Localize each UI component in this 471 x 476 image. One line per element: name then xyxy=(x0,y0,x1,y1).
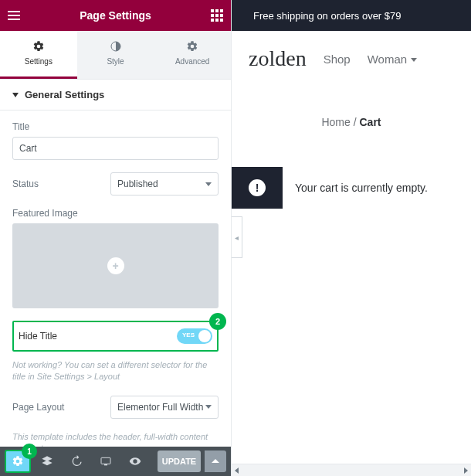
horizontal-scrollbar[interactable] xyxy=(232,464,471,476)
featured-image-label: Featured Image xyxy=(12,208,219,219)
site-logo[interactable]: zolden xyxy=(249,46,307,71)
preview-button[interactable] xyxy=(122,450,148,473)
menu-icon[interactable] xyxy=(8,11,20,20)
svg-rect-1 xyxy=(101,457,110,464)
tab-style[interactable]: Style xyxy=(77,31,154,79)
page-layout-hint: This template includes the header, full-… xyxy=(12,431,219,447)
breadcrumb-current: Cart xyxy=(360,116,381,128)
status-label: Status xyxy=(12,178,39,189)
title-input[interactable] xyxy=(12,137,219,160)
page-settings-button[interactable]: 1 xyxy=(5,450,31,473)
hide-title-row: Hide Title YES 2 xyxy=(12,321,219,352)
chevron-down-icon xyxy=(12,93,19,97)
panel-title: Page Settings xyxy=(20,9,211,22)
nav-shop[interactable]: Shop xyxy=(324,53,351,66)
hide-title-toggle[interactable]: YES xyxy=(177,328,212,344)
gear-icon xyxy=(32,40,45,53)
apps-icon[interactable] xyxy=(211,9,223,22)
exclamation-icon: ! xyxy=(249,179,266,196)
update-options-button[interactable] xyxy=(205,450,226,472)
gear-icon xyxy=(186,40,198,53)
panel-footer: 1 UPDATE xyxy=(0,447,231,476)
update-button[interactable]: UPDATE xyxy=(158,450,201,472)
hide-title-hint: Not working? You can set a different sel… xyxy=(12,359,219,383)
caret-down-icon xyxy=(205,405,212,409)
breadcrumb-home[interactable]: Home xyxy=(321,116,350,128)
panel-collapse-handle[interactable]: ◂ xyxy=(232,216,242,258)
responsive-button[interactable] xyxy=(93,450,119,473)
annotation-badge-2: 2 xyxy=(209,313,226,330)
hide-title-label: Hide Title xyxy=(19,331,57,342)
notice-text: Your cart is currently empty. xyxy=(295,182,428,194)
status-select[interactable]: Published xyxy=(110,172,219,196)
contrast-icon xyxy=(110,40,122,53)
site-header: zolden Shop Woman xyxy=(232,31,471,87)
featured-image-drop[interactable]: + xyxy=(12,223,219,308)
breadcrumb: Home / Cart xyxy=(232,87,471,167)
tab-advanced[interactable]: Advanced xyxy=(154,31,231,79)
promo-bar: Free shipping on orders over $79 xyxy=(232,0,471,31)
section-general-settings[interactable]: General Settings xyxy=(0,80,231,110)
svg-rect-2 xyxy=(104,464,107,465)
notice-icon-box: ! xyxy=(232,167,283,209)
tab-settings[interactable]: Settings xyxy=(0,31,77,79)
navigator-button[interactable] xyxy=(34,450,60,473)
cart-notice: ! Your cart is currently empty. xyxy=(232,167,471,209)
plus-icon: + xyxy=(107,257,124,274)
caret-down-icon xyxy=(205,182,212,186)
nav-woman[interactable]: Woman xyxy=(368,53,417,66)
annotation-badge-1: 1 xyxy=(22,444,37,459)
title-label: Title xyxy=(12,121,219,132)
history-button[interactable] xyxy=(63,450,90,473)
page-layout-select[interactable]: Elementor Full Width xyxy=(110,396,219,419)
page-layout-label: Page Layout xyxy=(12,402,64,413)
